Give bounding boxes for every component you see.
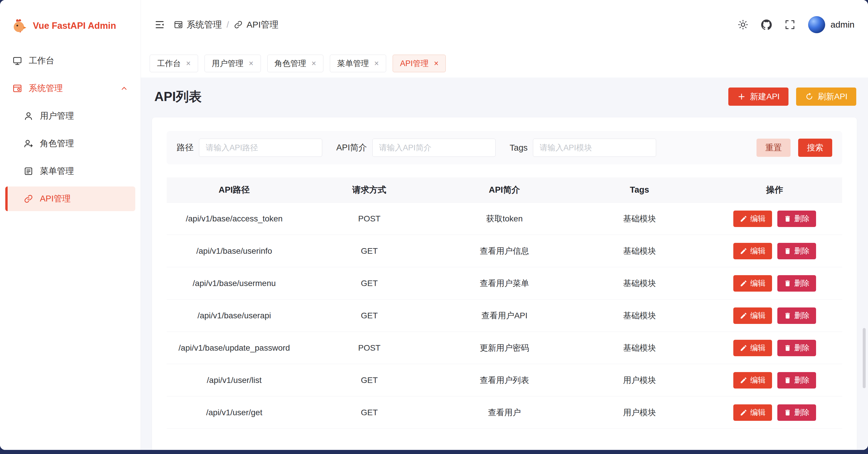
user-role-icon xyxy=(24,139,33,149)
scrollbar-thumb[interactable] xyxy=(863,328,866,388)
search-button[interactable]: 搜索 xyxy=(798,139,832,157)
trash-icon xyxy=(784,215,792,223)
edit-button[interactable]: 编辑 xyxy=(733,210,772,227)
close-icon[interactable]: × xyxy=(249,60,253,67)
tab-workbench[interactable]: 工作台 × xyxy=(150,55,198,72)
table-row: /api/v1/user/get GET 查看用户 用户模块 编辑 删除 xyxy=(167,396,842,429)
api-link-icon xyxy=(24,194,33,204)
sidebar-item-api-management[interactable]: API管理 xyxy=(5,187,135,211)
trash-icon xyxy=(784,376,792,384)
tab-role-management[interactable]: 角色管理 × xyxy=(267,55,324,72)
create-api-button[interactable]: 新建API xyxy=(728,87,788,106)
close-icon[interactable]: × xyxy=(434,60,439,67)
edit-label: 编辑 xyxy=(750,343,766,353)
trash-icon xyxy=(784,344,792,352)
row-actions: 编辑 删除 xyxy=(707,404,842,421)
avatar xyxy=(808,16,825,33)
tab-api-management[interactable]: API管理 × xyxy=(393,55,446,72)
table-row: /api/v1/base/update_password POST 更新用户密码… xyxy=(167,332,842,364)
delete-button[interactable]: 删除 xyxy=(777,340,816,356)
edit-label: 编辑 xyxy=(750,278,766,288)
method-cell: GET xyxy=(302,279,437,288)
api-table: API路径 请求方式 API简介 Tags 操作 /api/v1/base/ac… xyxy=(167,177,842,429)
sun-icon[interactable] xyxy=(738,19,748,30)
sidebar-item-role-management[interactable]: 角色管理 xyxy=(5,131,135,156)
refresh-api-button[interactable]: 刷新API xyxy=(796,87,856,106)
edit-label: 编辑 xyxy=(750,375,766,385)
edit-button[interactable]: 编辑 xyxy=(733,404,772,421)
edit-label: 编辑 xyxy=(750,214,766,224)
delete-label: 删除 xyxy=(794,278,810,288)
page-title: API列表 xyxy=(154,88,202,106)
edit-button[interactable]: 编辑 xyxy=(733,372,772,389)
refresh-api-label: 刷新API xyxy=(818,91,847,102)
column-header-tags: Tags xyxy=(572,185,707,195)
summary-filter-input[interactable] xyxy=(372,139,496,157)
app-logo[interactable]: Vue FastAPI Admin xyxy=(0,0,141,49)
delete-button[interactable]: 删除 xyxy=(777,275,816,292)
edit-button[interactable]: 编辑 xyxy=(733,340,772,356)
table-row: /api/v1/base/userapi GET 查看用户API 基础模块 编辑… xyxy=(167,300,842,332)
user-icon xyxy=(24,111,33,121)
trash-icon xyxy=(784,247,792,255)
sidebar-item-label: 用户管理 xyxy=(40,110,74,122)
method-cell: GET xyxy=(302,408,437,417)
row-actions: 编辑 删除 xyxy=(707,210,842,227)
page-content: API列表 新建API 刷新API xyxy=(141,78,868,450)
pencil-icon xyxy=(740,409,747,417)
plus-icon xyxy=(737,92,746,101)
api-path-cell: /api/v1/user/get xyxy=(167,408,302,417)
breadcrumb-item-system[interactable]: 系统管理 xyxy=(174,19,222,31)
fullscreen-icon[interactable] xyxy=(785,19,795,30)
delete-button[interactable]: 删除 xyxy=(777,243,816,259)
collapse-sidebar-icon[interactable] xyxy=(154,19,165,30)
delete-button[interactable]: 删除 xyxy=(777,404,816,421)
close-icon[interactable]: × xyxy=(186,60,191,67)
user-menu[interactable]: admin xyxy=(808,16,855,33)
delete-button[interactable]: 删除 xyxy=(777,210,816,227)
column-header-actions: 操作 xyxy=(707,184,842,196)
main-area: 系统管理 / API管理 xyxy=(141,0,868,450)
summary-cell: 更新用户密码 xyxy=(437,342,572,353)
delete-label: 删除 xyxy=(794,214,810,224)
github-icon[interactable] xyxy=(761,19,772,30)
close-icon[interactable]: × xyxy=(374,60,379,67)
api-path-cell: /api/v1/base/userinfo xyxy=(167,246,302,256)
sidebar-item-menu-management[interactable]: 菜单管理 xyxy=(5,159,135,183)
sidebar-item-system-management[interactable]: 系统管理 xyxy=(5,76,135,101)
sidebar-item-user-management[interactable]: 用户管理 xyxy=(5,104,135,128)
tab-user-management[interactable]: 用户管理 × xyxy=(205,55,261,72)
edit-button[interactable]: 编辑 xyxy=(733,275,772,292)
pencil-icon xyxy=(740,215,747,223)
tab-label: 工作台 xyxy=(157,58,181,69)
path-filter-label: 路径 xyxy=(177,142,194,153)
breadcrumb-item-api[interactable]: API管理 xyxy=(234,19,278,31)
trash-icon xyxy=(784,409,792,417)
sidebar-item-workbench[interactable]: 工作台 xyxy=(5,49,135,73)
delete-button[interactable]: 删除 xyxy=(777,308,816,324)
api-table-card: 路径 API简介 Tags 重置 搜索 API路径 请求方式 API简介 T xyxy=(152,117,857,450)
delete-label: 删除 xyxy=(794,343,810,353)
edit-button[interactable]: 编辑 xyxy=(733,243,772,259)
reset-button[interactable]: 重置 xyxy=(756,139,790,157)
breadcrumb-label: 系统管理 xyxy=(187,19,222,31)
sidebar: Vue FastAPI Admin 工作台 系统管理 xyxy=(0,0,141,450)
system-settings-icon xyxy=(174,20,183,29)
column-header-summary: API简介 xyxy=(437,184,572,196)
path-filter-input[interactable] xyxy=(199,139,322,157)
page-header: API列表 新建API 刷新API xyxy=(141,78,868,117)
breadcrumb: 系统管理 / API管理 xyxy=(174,19,278,31)
pencil-icon xyxy=(740,247,747,255)
sidebar-menu: 工作台 系统管理 用户管理 角色管理 xyxy=(0,49,141,211)
delete-button[interactable]: 删除 xyxy=(777,372,816,389)
method-cell: POST xyxy=(302,343,437,353)
summary-cell: 查看用户API xyxy=(437,310,572,321)
tags-cell: 基础模块 xyxy=(572,310,707,321)
sidebar-item-label: 菜单管理 xyxy=(40,165,74,177)
tags-cell: 基础模块 xyxy=(572,342,707,353)
tags-filter-input[interactable] xyxy=(533,139,656,157)
sidebar-item-label: API管理 xyxy=(40,193,71,205)
close-icon[interactable]: × xyxy=(312,60,316,67)
edit-button[interactable]: 编辑 xyxy=(733,308,772,324)
tab-menu-management[interactable]: 菜单管理 × xyxy=(330,55,386,72)
